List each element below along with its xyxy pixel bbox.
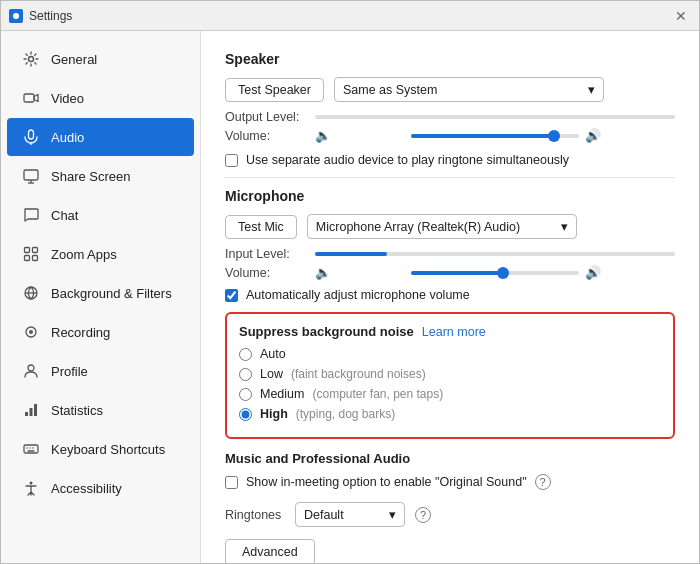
accessibility-icon bbox=[21, 478, 41, 498]
mic-vol-low-icon: 🔈 bbox=[315, 265, 405, 280]
speaker-output-select[interactable]: Same as System ▾ bbox=[334, 77, 604, 102]
sidebar-item-accessibility[interactable]: Accessibility bbox=[7, 469, 194, 507]
input-level-row: Input Level: bbox=[225, 247, 675, 261]
output-level-row: Output Level: bbox=[225, 110, 675, 124]
output-level-slider[interactable] bbox=[315, 115, 675, 119]
speaker-volume-label: Volume: bbox=[225, 129, 315, 143]
background-icon bbox=[21, 283, 41, 303]
sidebar-item-statistics[interactable]: Statistics bbox=[7, 391, 194, 429]
window-title: Settings bbox=[29, 9, 72, 23]
noise-low-label: Low bbox=[260, 367, 283, 381]
noise-low-desc: (faint background noises) bbox=[291, 367, 426, 381]
titlebar: Settings ✕ bbox=[1, 1, 699, 31]
suppress-title: Suppress background noise Learn more bbox=[239, 324, 661, 339]
sidebar-item-video[interactable]: Video bbox=[7, 79, 194, 117]
test-mic-button[interactable]: Test Mic bbox=[225, 215, 297, 239]
svg-point-2 bbox=[29, 57, 34, 62]
music-section: Music and Professional Audio Show in-mee… bbox=[225, 451, 675, 490]
mic-volume-label: Volume: bbox=[225, 266, 315, 280]
sidebar-label-recording: Recording bbox=[51, 325, 110, 340]
main-content: Speaker Test Speaker Same as System ▾ Ou… bbox=[201, 31, 699, 563]
input-level-track bbox=[315, 252, 675, 256]
suppress-title-text: Suppress background noise bbox=[239, 324, 414, 339]
sidebar-item-chat[interactable]: Chat bbox=[7, 196, 194, 234]
sidebar-item-recording[interactable]: Recording bbox=[7, 313, 194, 351]
sidebar: General Video Audio Share Screen bbox=[1, 31, 201, 563]
advanced-section: Advanced bbox=[225, 539, 675, 563]
mic-volume-row: Volume: 🔈 🔊 bbox=[225, 265, 675, 280]
noise-high-radio[interactable] bbox=[239, 408, 252, 421]
sidebar-item-share-screen[interactable]: Share Screen bbox=[7, 157, 194, 195]
microphone-title: Microphone bbox=[225, 188, 675, 204]
speaker-volume-thumb bbox=[548, 130, 560, 142]
speaker-select-chevron: ▾ bbox=[588, 82, 595, 97]
mic-volume-slider[interactable]: 🔈 🔊 bbox=[315, 265, 675, 280]
svg-rect-10 bbox=[33, 248, 38, 253]
noise-low-radio[interactable] bbox=[239, 368, 252, 381]
speaker-volume-slider[interactable]: 🔈 🔊 bbox=[315, 128, 675, 143]
ringtones-help-icon[interactable]: ? bbox=[415, 507, 431, 523]
original-sound-label: Show in-meeting option to enable "Origin… bbox=[246, 475, 527, 489]
noise-medium-radio[interactable] bbox=[239, 388, 252, 401]
separate-audio-row: Use separate audio device to play ringto… bbox=[225, 153, 675, 167]
svg-rect-20 bbox=[24, 445, 38, 453]
noise-medium-label: Medium bbox=[260, 387, 304, 401]
divider-1 bbox=[225, 177, 675, 178]
separate-audio-label: Use separate audio device to play ringto… bbox=[246, 153, 569, 167]
advanced-button[interactable]: Advanced bbox=[225, 539, 315, 563]
original-sound-checkbox[interactable] bbox=[225, 476, 238, 489]
microphone-section: Microphone Test Mic Microphone Array (Re… bbox=[225, 188, 675, 563]
svg-point-15 bbox=[29, 330, 33, 334]
svg-rect-17 bbox=[25, 412, 28, 416]
suppress-noise-box: Suppress background noise Learn more Aut… bbox=[225, 312, 675, 439]
mic-select[interactable]: Microphone Array (Realtek(R) Audio) ▾ bbox=[307, 214, 577, 239]
noise-auto-row: Auto bbox=[239, 347, 661, 361]
input-level-slider[interactable] bbox=[315, 252, 675, 256]
sidebar-item-general[interactable]: General bbox=[7, 40, 194, 78]
zoom-apps-icon bbox=[21, 244, 41, 264]
noise-auto-label: Auto bbox=[260, 347, 286, 361]
recording-icon bbox=[21, 322, 41, 342]
input-level-label: Input Level: bbox=[225, 247, 315, 261]
settings-window: Settings ✕ General Video bbox=[0, 0, 700, 564]
svg-rect-18 bbox=[30, 408, 33, 416]
titlebar-left: Settings bbox=[9, 9, 72, 23]
svg-rect-12 bbox=[33, 256, 38, 261]
sidebar-item-background[interactable]: Background & Filters bbox=[7, 274, 194, 312]
svg-rect-3 bbox=[24, 94, 34, 102]
sidebar-label-statistics: Statistics bbox=[51, 403, 103, 418]
test-speaker-button[interactable]: Test Speaker bbox=[225, 78, 324, 102]
audio-icon bbox=[21, 127, 41, 147]
sidebar-item-profile[interactable]: Profile bbox=[7, 352, 194, 390]
learn-more-link[interactable]: Learn more bbox=[422, 325, 486, 339]
volume-high-icon: 🔊 bbox=[585, 128, 675, 143]
music-title: Music and Professional Audio bbox=[225, 451, 675, 466]
noise-auto-radio[interactable] bbox=[239, 348, 252, 361]
svg-point-25 bbox=[30, 482, 33, 485]
mic-select-value: Microphone Array (Realtek(R) Audio) bbox=[316, 220, 520, 234]
sidebar-item-keyboard[interactable]: Keyboard Shortcuts bbox=[7, 430, 194, 468]
speaker-section: Speaker Test Speaker Same as System ▾ Ou… bbox=[225, 51, 675, 167]
sidebar-label-zoom-apps: Zoom Apps bbox=[51, 247, 117, 262]
sidebar-label-background: Background & Filters bbox=[51, 286, 172, 301]
sidebar-item-audio[interactable]: Audio bbox=[7, 118, 194, 156]
close-button[interactable]: ✕ bbox=[671, 8, 691, 24]
speaker-volume-row: Volume: 🔈 🔊 bbox=[225, 128, 675, 143]
volume-low-icon: 🔈 bbox=[315, 128, 405, 143]
mic-vol-high-icon: 🔊 bbox=[585, 265, 675, 280]
auto-adjust-checkbox[interactable] bbox=[225, 289, 238, 302]
output-level-track bbox=[315, 115, 675, 119]
mic-volume-track bbox=[411, 271, 579, 275]
input-level-fill bbox=[315, 252, 387, 256]
speaker-volume-fill bbox=[411, 134, 554, 138]
sidebar-label-audio: Audio bbox=[51, 130, 84, 145]
speaker-title: Speaker bbox=[225, 51, 675, 67]
content-area: General Video Audio Share Screen bbox=[1, 31, 699, 563]
sidebar-label-profile: Profile bbox=[51, 364, 88, 379]
ringtones-select[interactable]: Default ▾ bbox=[295, 502, 405, 527]
sidebar-item-zoom-apps[interactable]: Zoom Apps bbox=[7, 235, 194, 273]
svg-rect-11 bbox=[25, 256, 30, 261]
original-sound-help-icon[interactable]: ? bbox=[535, 474, 551, 490]
noise-medium-row: Medium (computer fan, pen taps) bbox=[239, 387, 661, 401]
separate-audio-checkbox[interactable] bbox=[225, 154, 238, 167]
